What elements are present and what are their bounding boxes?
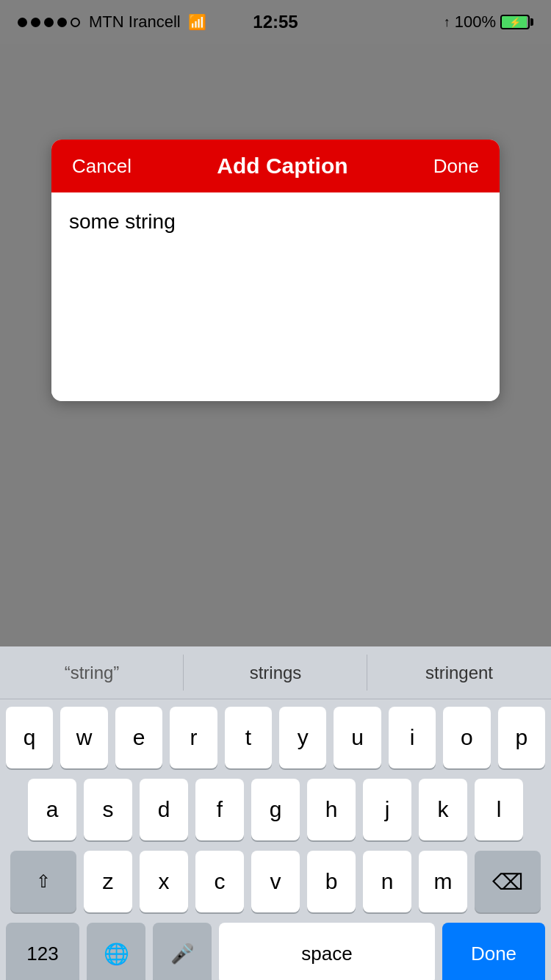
- dot-4: [57, 18, 67, 27]
- key-q[interactable]: q: [6, 707, 53, 768]
- key-j[interactable]: j: [363, 779, 411, 840]
- key-h[interactable]: h: [307, 779, 356, 840]
- shift-key[interactable]: ⇧: [10, 851, 76, 912]
- autocomplete-item-2[interactable]: stringent: [367, 646, 551, 699]
- status-left: MTN Irancell 📶: [18, 12, 206, 32]
- status-bar: MTN Irancell 📶 12:55 ↑ 100% ⚡: [0, 0, 551, 44]
- space-key[interactable]: space: [219, 923, 435, 980]
- key-n[interactable]: n: [363, 851, 411, 912]
- key-z[interactable]: z: [84, 851, 132, 912]
- dialog-body: some string: [51, 192, 500, 401]
- content-area: Cancel Add Caption Done some string: [0, 44, 551, 646]
- backspace-key[interactable]: ⌫: [475, 851, 541, 912]
- autocomplete-item-0[interactable]: “string”: [0, 646, 184, 699]
- dot-2: [31, 18, 40, 27]
- battery-tip: [530, 18, 533, 26]
- key-row-4: 123 🌐 🎤 space Done: [6, 923, 545, 980]
- numbers-key[interactable]: 123: [6, 923, 79, 980]
- key-e[interactable]: e: [115, 707, 162, 768]
- key-o[interactable]: o: [443, 707, 490, 768]
- dialog-title: Add Caption: [217, 154, 347, 179]
- signal-dots: [18, 18, 80, 27]
- key-g[interactable]: g: [251, 779, 300, 840]
- key-u[interactable]: u: [334, 707, 381, 768]
- key-f[interactable]: f: [195, 779, 244, 840]
- key-row-3: ⇧ z x c v b n m ⌫: [6, 851, 545, 912]
- status-right: ↑ 100% ⚡: [444, 12, 533, 32]
- carrier-name: MTN Irancell: [89, 12, 181, 32]
- caption-input[interactable]: some string: [69, 207, 482, 383]
- keyboard-area: “string” strings stringent q w e r t y u…: [0, 646, 551, 980]
- key-m[interactable]: m: [419, 851, 467, 912]
- wifi-icon: 📶: [188, 13, 206, 31]
- done-button[interactable]: Done: [433, 155, 479, 178]
- status-time: 12:55: [253, 12, 298, 32]
- key-b[interactable]: b: [307, 851, 356, 912]
- key-row-2: a s d f g h j k l: [6, 779, 545, 840]
- key-y[interactable]: y: [279, 707, 326, 768]
- key-v[interactable]: v: [251, 851, 300, 912]
- key-w[interactable]: w: [60, 707, 107, 768]
- cancel-button[interactable]: Cancel: [72, 155, 132, 178]
- location-icon: ↑: [444, 15, 450, 30]
- keyboard-done-key[interactable]: Done: [442, 923, 545, 980]
- keyboard: q w e r t y u i o p a s d f g h j k l ⇧ …: [0, 699, 551, 980]
- bolt-icon: ⚡: [509, 17, 521, 28]
- globe-key[interactable]: 🌐: [87, 923, 145, 980]
- key-l[interactable]: l: [475, 779, 523, 840]
- dot-5: [71, 18, 80, 27]
- autocomplete-bar: “string” strings stringent: [0, 646, 551, 699]
- key-x[interactable]: x: [140, 851, 188, 912]
- key-s[interactable]: s: [84, 779, 132, 840]
- dialog: Cancel Add Caption Done some string: [51, 140, 500, 401]
- mic-key[interactable]: 🎤: [153, 923, 212, 980]
- key-a[interactable]: a: [28, 779, 76, 840]
- key-i[interactable]: i: [389, 707, 436, 768]
- key-d[interactable]: d: [140, 779, 188, 840]
- autocomplete-item-1[interactable]: strings: [184, 646, 367, 699]
- dot-3: [44, 18, 54, 27]
- battery-body: ⚡: [500, 15, 530, 29]
- dot-1: [18, 18, 27, 27]
- key-t[interactable]: t: [225, 707, 272, 768]
- dialog-header: Cancel Add Caption Done: [51, 140, 500, 192]
- key-r[interactable]: r: [170, 707, 217, 768]
- battery-percent: 100%: [455, 12, 496, 32]
- key-k[interactable]: k: [419, 779, 467, 840]
- battery-indicator: ⚡: [500, 15, 533, 29]
- key-row-1: q w e r t y u i o p: [6, 707, 545, 768]
- key-p[interactable]: p: [498, 707, 545, 768]
- key-c[interactable]: c: [195, 851, 244, 912]
